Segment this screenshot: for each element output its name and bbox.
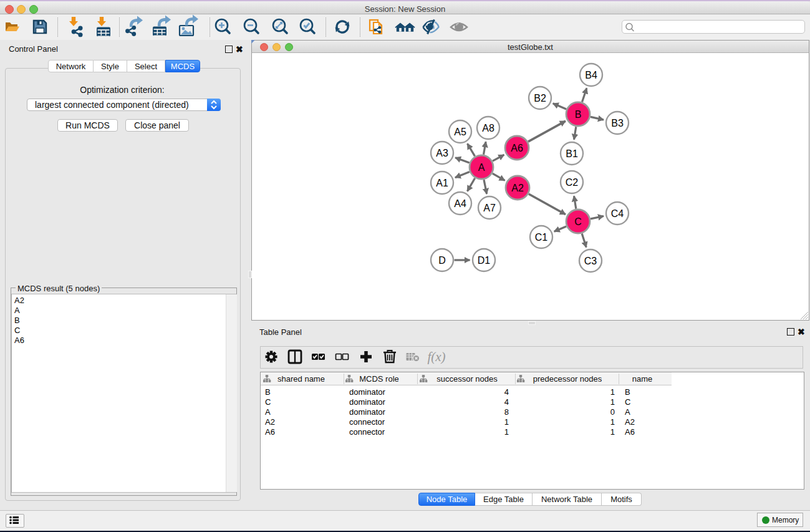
svg-text:A2: A2 bbox=[511, 183, 524, 193]
svg-text:f(x): f(x) bbox=[427, 349, 445, 364]
svg-text:C1: C1 bbox=[535, 232, 548, 243]
svg-text:D: D bbox=[438, 255, 446, 266]
svg-text:C2: C2 bbox=[566, 177, 579, 188]
svg-text:A4: A4 bbox=[454, 198, 466, 209]
svg-text:D1: D1 bbox=[478, 255, 491, 266]
svg-text:B2: B2 bbox=[534, 93, 546, 104]
svg-text:B4: B4 bbox=[585, 70, 597, 80]
svg-text:A7: A7 bbox=[483, 203, 496, 213]
svg-text:A3: A3 bbox=[436, 148, 448, 158]
svg-text:B: B bbox=[575, 109, 582, 120]
svg-text:A1: A1 bbox=[436, 178, 448, 188]
svg-text:C: C bbox=[574, 216, 582, 227]
svg-text:B1: B1 bbox=[566, 148, 578, 159]
svg-text:A: A bbox=[478, 162, 485, 173]
svg-text:C3: C3 bbox=[584, 256, 597, 266]
svg-text:A6: A6 bbox=[511, 143, 523, 153]
svg-text:A8: A8 bbox=[482, 123, 494, 133]
svg-text:B3: B3 bbox=[611, 118, 624, 128]
svg-text:C4: C4 bbox=[611, 208, 624, 219]
svg-text:A5: A5 bbox=[454, 127, 466, 137]
